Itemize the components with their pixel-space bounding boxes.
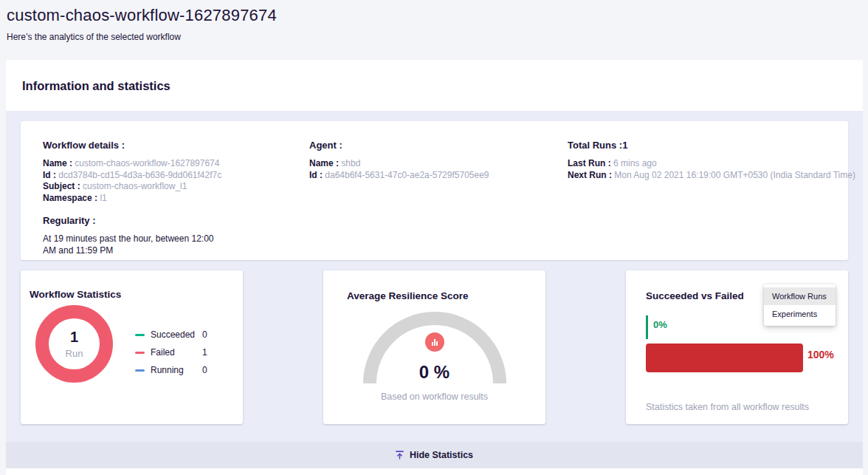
donut-center-value: 1 [70,329,78,346]
total-runs-heading: Total Runs :1 [568,140,855,151]
next-run-line: Next Run : Mon Aug 02 2021 16:19:00 GMT+… [568,170,855,182]
regularity-heading: Regularity : [43,216,309,226]
resilience-title: Average Resilience Score [347,290,469,301]
succeeded-vs-failed-caption: Statistics taken from all workflow resul… [646,402,809,412]
workflow-details-column: Workflow details : Name : custom-chaos-w… [43,140,309,260]
donut-legend: Succeeded 0 Failed 1 Running 0 [135,330,207,383]
failed-percentage: 100% [807,349,834,360]
page-title: custom-chaos-workflow-1627897674 [7,5,868,25]
succeeded-percentage: 0% [653,319,667,330]
stat-cards-row: Workflow Statistics 1 Run Succeeded 0 [21,270,848,424]
legend-row-running: Running 0 [135,366,207,375]
collapse-up-icon [396,451,404,459]
total-runs-column: Total Runs :1 Last Run : 6 mins ago Next… [568,140,855,260]
workflow-details-heading: Workflow details : [43,140,309,151]
hide-statistics-button[interactable]: Hide Statistics [6,442,863,468]
regularity-block: Regularity : At 19 minutes past the hour… [43,216,309,256]
page-header: custom-chaos-workflow-1627897674 Here’s … [0,0,868,60]
section-heading: Information and statistics [6,60,863,111]
workflow-id-line: Id : dcd3784b-cd15-4d3a-b636-9dd061f42f7… [43,170,309,182]
page-subtitle: Here’s the analytics of the selected wor… [7,32,868,42]
legend-row-failed: Failed 1 [135,348,207,358]
information-statistics-section: Information and statistics Workflow deta… [6,60,863,475]
succeeded-swatch-icon [135,334,145,336]
bar-chart-icon [425,332,444,352]
workflow-namespace-line: Namespace : l1 [43,193,309,205]
agent-name-line: Name : shbd [309,158,568,170]
failed-swatch-icon [135,352,145,354]
workflow-name-line: Name : custom-chaos-workflow-1627897674 [43,158,309,170]
resilience-caption: Based on workflow results [323,392,545,402]
results-filter-dropdown[interactable]: Workflow Runs Experiments [764,284,836,326]
agent-heading: Agent : [309,140,568,151]
agent-id-line: Id : da64b6f4-5631-47c0-ae2a-5729f5705ee… [309,170,568,182]
runs-donut-chart: 1 Run [35,305,113,383]
failed-bar [646,344,803,372]
resilience-value: 0 % [323,362,545,383]
hide-statistics-label: Hide Statistics [410,450,473,460]
legend-row-succeeded: Succeeded 0 [135,330,207,340]
donut-center-label: Run [66,348,83,359]
agent-column: Agent : Name : shbd Id : da64b6f4-5631-4… [309,140,568,260]
workflow-details-card: Workflow details : Name : custom-chaos-w… [21,121,848,260]
stats-panel: Workflow details : Name : custom-chaos-w… [6,111,863,442]
resilience-score-card: Average Resilience Score 0 % Based on wo… [323,270,545,424]
succeeded-vs-failed-title: Succeeded vs Failed [646,290,744,301]
dropdown-item-experiments[interactable]: Experiments [764,305,836,323]
succeeded-bar [646,315,648,339]
succeeded-vs-failed-card: Succeeded vs Failed 0% 100% Statistics t… [626,270,848,424]
dropdown-item-workflow-runs[interactable]: Workflow Runs [764,287,836,305]
workflow-subject-line: Subject : custom-chaos-workflow_l1 [43,181,309,193]
last-run-line: Last Run : 6 mins ago [568,158,855,170]
regularity-text: At 19 minutes past the hour, between 12:… [43,233,229,256]
workflow-statistics-title: Workflow Statistics [30,289,121,300]
running-swatch-icon [135,369,145,372]
workflow-statistics-card: Workflow Statistics 1 Run Succeeded 0 [21,270,243,424]
page: custom-chaos-workflow-1627897674 Here’s … [0,0,868,475]
